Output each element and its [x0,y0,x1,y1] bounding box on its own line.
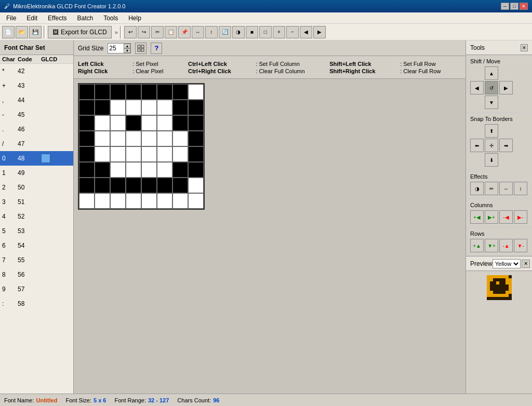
pixel-cell[interactable] [110,84,126,100]
save-button[interactable]: 💾 [29,26,42,38]
pencil-effect-button[interactable]: ✏ [485,182,498,195]
snap-top-btn[interactable]: ⬆ [485,124,498,138]
char-row[interactable]: 9 57 [0,282,73,296]
grid-size-down[interactable]: ▼ [124,48,130,53]
pixel-cell[interactable] [110,146,126,162]
pixel-cell[interactable] [141,100,157,115]
pixel-cell[interactable] [172,146,188,162]
pixel-cell[interactable] [126,146,141,162]
pixel-cell[interactable] [126,193,141,209]
char-row[interactable]: 3 51 [0,195,73,209]
char-row[interactable]: / 47 [0,137,73,151]
pixel-cell[interactable] [126,100,141,115]
export-glcd-button[interactable]: 🖼 Export for GLCD [48,26,112,38]
del-row-bot-button[interactable]: ▼- [514,239,527,252]
char-row[interactable]: . 46 [0,122,73,137]
pixel-cell[interactable] [141,115,157,131]
menu-item-effects[interactable]: Effects [44,13,71,23]
fill-button[interactable]: ■ [246,26,258,38]
grid-size-input[interactable]: ▲ ▼ [108,43,131,53]
pixel-cell[interactable] [79,162,95,178]
pixel-cell[interactable] [188,178,204,193]
pixel-cell[interactable] [110,131,126,146]
maximize-button[interactable]: □ [510,3,518,10]
char-row[interactable]: 8 56 [0,267,73,282]
del-col-left-button[interactable]: -◀ [499,210,513,224]
grid-toggle-button[interactable] [135,43,147,54]
preview-close-button[interactable]: ✕ [522,260,530,268]
snap-bottom-btn[interactable]: ⬇ [485,153,498,167]
pixel-cell[interactable] [157,84,172,100]
flip-v-button[interactable]: ↕ [205,26,218,38]
shift-down-button[interactable]: ▼ [485,96,498,109]
pixel-cell[interactable] [110,162,126,178]
add-row-bot-button[interactable]: ▼+ [485,239,498,252]
pixel-cell[interactable] [95,193,110,209]
pixel-cell[interactable] [141,162,157,178]
pixel-cell[interactable] [141,193,157,209]
menu-item-edit[interactable]: Edit [22,13,42,23]
grid-size-field[interactable] [108,45,125,52]
pixel-cell[interactable] [79,146,95,162]
pixel-cell[interactable] [126,131,141,146]
char-list[interactable]: * 42 + 43 , 44 - 45 . 46 / 47 [0,64,73,394]
menu-item-batch[interactable]: Batch [73,13,98,23]
char-row[interactable]: : 58 [0,296,73,311]
pixel-cell[interactable] [157,115,172,131]
pixel-cell[interactable] [110,178,126,193]
pixel-cell[interactable] [95,131,110,146]
zoom-in-button[interactable]: + [273,26,285,38]
pixel-cell[interactable] [79,115,95,131]
pixel-cell[interactable] [95,146,110,162]
pixel-grid[interactable] [78,83,205,210]
flip-v-effect-button[interactable]: ↕ [514,182,527,195]
tools-close-button[interactable]: ✕ [521,44,528,51]
pixel-cell[interactable] [172,100,188,115]
invert-effect-button[interactable]: ◑ [470,182,484,195]
menu-item-help[interactable]: Help [124,13,145,23]
char-row[interactable]: + 43 [0,78,73,93]
char-row[interactable]: 5 53 [0,224,73,238]
pixel-cell[interactable] [172,193,188,209]
close-button[interactable]: ✕ [520,3,528,10]
pixel-cell[interactable] [110,100,126,115]
pixel-cell[interactable] [157,178,172,193]
pixel-cell[interactable] [79,84,95,100]
pixel-cell[interactable] [157,162,172,178]
pixel-cell[interactable] [79,193,95,209]
pixel-cell[interactable] [141,84,157,100]
flip-h-effect-button[interactable]: ↔ [499,182,513,195]
char-row[interactable]: 1 49 [0,166,73,180]
pixel-cell[interactable] [157,131,172,146]
pixel-cell[interactable] [95,178,110,193]
pixel-cell[interactable] [141,146,157,162]
snap-right-btn[interactable]: ➡ [499,139,513,152]
del-col-right-button[interactable]: ▶- [514,210,527,224]
pixel-cell[interactable] [188,146,204,162]
invert-button[interactable]: ◑ [232,26,245,38]
add-col-right-button[interactable]: ▶+ [485,210,498,224]
pixel-cell[interactable] [172,84,188,100]
pixel-cell[interactable] [126,162,141,178]
copy-button[interactable]: 📋 [165,26,177,38]
pixel-cell[interactable] [157,146,172,162]
shift-center-button[interactable]: ↺ [485,81,498,94]
paste-button[interactable]: 📌 [178,26,191,38]
pixel-cell[interactable] [188,162,204,178]
pixel-cell[interactable] [188,100,204,115]
add-row-top-button[interactable]: +▲ [470,239,484,252]
pixel-cell[interactable] [79,131,95,146]
char-row[interactable]: 0 48 [0,151,73,166]
pixel-cell[interactable] [141,178,157,193]
clear-button[interactable]: □ [259,26,272,38]
pixel-cell[interactable] [172,162,188,178]
next-char-button[interactable]: ▶ [313,26,326,38]
char-row[interactable]: * 42 [0,64,73,78]
preview-color-select[interactable]: Yellow Green White [493,259,521,268]
pixel-cell[interactable] [188,193,204,209]
prev-char-button[interactable]: ◀ [300,26,312,38]
pixel-cell[interactable] [110,193,126,209]
open-button[interactable]: 📂 [16,26,28,38]
new-button[interactable]: 📄 [2,26,15,38]
rotate-button[interactable]: 🔄 [219,26,231,38]
